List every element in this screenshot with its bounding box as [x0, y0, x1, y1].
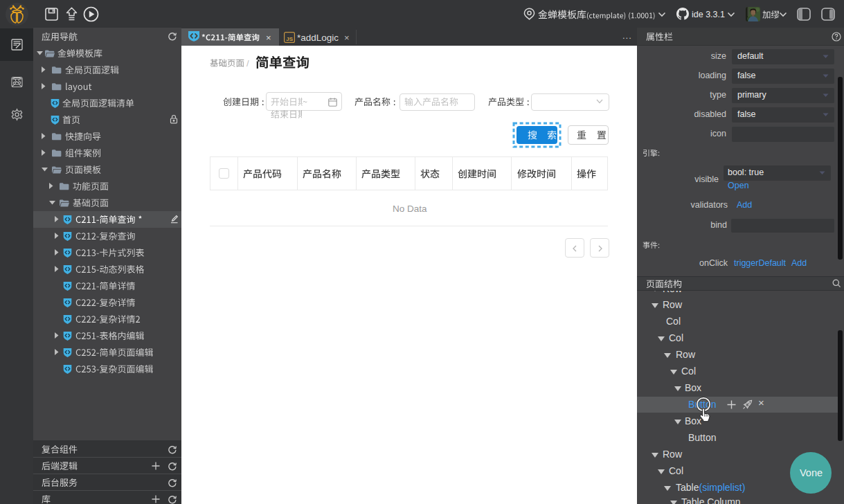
svg-text:JS: JS	[286, 36, 293, 42]
